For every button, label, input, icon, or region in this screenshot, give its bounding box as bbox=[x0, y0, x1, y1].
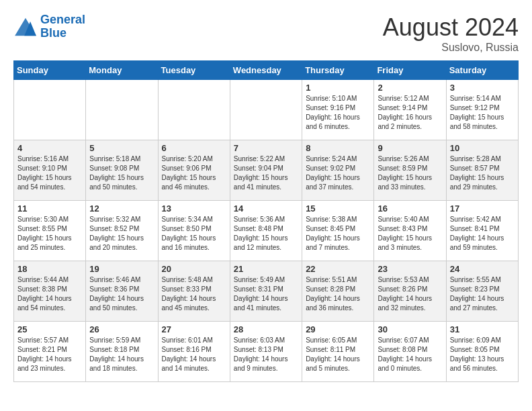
cell-content: Sunrise: 6:07 AM Sunset: 8:08 PM Dayligh… bbox=[378, 336, 442, 373]
title-block: August 2024 Suslovo, Russia bbox=[383, 13, 519, 54]
day-number: 15 bbox=[306, 203, 370, 214]
calendar-cell: 13Sunrise: 5:34 AM Sunset: 8:50 PM Dayli… bbox=[158, 201, 230, 261]
week-row-1: 1Sunrise: 5:10 AM Sunset: 9:16 PM Daylig… bbox=[14, 80, 519, 140]
page-header: General Blue August 2024 Suslovo, Russia bbox=[13, 13, 519, 54]
week-row-5: 25Sunrise: 5:57 AM Sunset: 8:21 PM Dayli… bbox=[14, 322, 519, 382]
day-number: 10 bbox=[450, 143, 515, 153]
cell-content: Sunrise: 5:46 AM Sunset: 8:36 PM Dayligh… bbox=[89, 275, 154, 313]
day-number: 9 bbox=[378, 143, 442, 153]
day-number: 5 bbox=[89, 143, 154, 153]
calendar-cell: 28Sunrise: 6:03 AM Sunset: 8:13 PM Dayli… bbox=[230, 322, 302, 382]
calendar-cell bbox=[86, 80, 158, 140]
calendar-cell bbox=[14, 80, 86, 140]
day-number: 17 bbox=[450, 203, 515, 214]
cell-content: Sunrise: 5:57 AM Sunset: 8:21 PM Dayligh… bbox=[17, 336, 82, 373]
day-number: 18 bbox=[17, 264, 82, 274]
header-friday: Friday bbox=[374, 61, 446, 80]
week-row-2: 4Sunrise: 5:16 AM Sunset: 9:10 PM Daylig… bbox=[14, 140, 519, 201]
cell-content: Sunrise: 6:03 AM Sunset: 8:13 PM Dayligh… bbox=[234, 336, 298, 373]
cell-content: Sunrise: 5:53 AM Sunset: 8:26 PM Dayligh… bbox=[378, 275, 442, 313]
day-number: 12 bbox=[89, 203, 154, 214]
cell-content: Sunrise: 5:48 AM Sunset: 8:33 PM Dayligh… bbox=[162, 275, 226, 313]
day-number: 4 bbox=[17, 143, 82, 153]
calendar-cell: 16Sunrise: 5:40 AM Sunset: 8:43 PM Dayli… bbox=[374, 201, 446, 261]
calendar-cell: 1Sunrise: 5:10 AM Sunset: 9:16 PM Daylig… bbox=[302, 80, 374, 140]
month-year: August 2024 bbox=[383, 13, 519, 42]
calendar-cell: 4Sunrise: 5:16 AM Sunset: 9:10 PM Daylig… bbox=[14, 140, 86, 201]
logo-icon bbox=[13, 17, 38, 37]
calendar-cell: 25Sunrise: 5:57 AM Sunset: 8:21 PM Dayli… bbox=[14, 322, 86, 382]
calendar-cell: 21Sunrise: 5:49 AM Sunset: 8:31 PM Dayli… bbox=[230, 261, 302, 322]
day-number: 21 bbox=[234, 264, 298, 274]
cell-content: Sunrise: 5:26 AM Sunset: 8:59 PM Dayligh… bbox=[378, 154, 442, 192]
day-number: 24 bbox=[450, 264, 515, 274]
calendar-cell: 24Sunrise: 5:55 AM Sunset: 8:23 PM Dayli… bbox=[446, 261, 518, 322]
cell-content: Sunrise: 5:44 AM Sunset: 8:38 PM Dayligh… bbox=[17, 275, 82, 313]
calendar-cell: 30Sunrise: 6:07 AM Sunset: 8:08 PM Dayli… bbox=[374, 322, 446, 382]
calendar-cell: 18Sunrise: 5:44 AM Sunset: 8:38 PM Dayli… bbox=[14, 261, 86, 322]
cell-content: Sunrise: 5:51 AM Sunset: 8:28 PM Dayligh… bbox=[306, 275, 370, 313]
day-number: 27 bbox=[162, 324, 226, 334]
cell-content: Sunrise: 5:20 AM Sunset: 9:06 PM Dayligh… bbox=[162, 154, 226, 192]
calendar-cell: 29Sunrise: 6:05 AM Sunset: 8:11 PM Dayli… bbox=[302, 322, 374, 382]
calendar-cell: 5Sunrise: 5:18 AM Sunset: 9:08 PM Daylig… bbox=[86, 140, 158, 201]
header-sunday: Sunday bbox=[14, 61, 86, 80]
cell-content: Sunrise: 5:16 AM Sunset: 9:10 PM Dayligh… bbox=[17, 154, 82, 192]
cell-content: Sunrise: 5:30 AM Sunset: 8:55 PM Dayligh… bbox=[17, 215, 82, 253]
cell-content: Sunrise: 5:14 AM Sunset: 9:12 PM Dayligh… bbox=[450, 94, 515, 132]
cell-content: Sunrise: 5:38 AM Sunset: 8:45 PM Dayligh… bbox=[306, 215, 370, 253]
calendar-cell: 20Sunrise: 5:48 AM Sunset: 8:33 PM Dayli… bbox=[158, 261, 230, 322]
calendar-cell: 14Sunrise: 5:36 AM Sunset: 8:48 PM Dayli… bbox=[230, 201, 302, 261]
calendar-cell: 10Sunrise: 5:28 AM Sunset: 8:57 PM Dayli… bbox=[446, 140, 518, 201]
calendar-cell: 19Sunrise: 5:46 AM Sunset: 8:36 PM Dayli… bbox=[86, 261, 158, 322]
calendar-cell bbox=[230, 80, 302, 140]
calendar-cell: 27Sunrise: 6:01 AM Sunset: 8:16 PM Dayli… bbox=[158, 322, 230, 382]
cell-content: Sunrise: 5:59 AM Sunset: 8:18 PM Dayligh… bbox=[89, 336, 154, 373]
cell-content: Sunrise: 5:36 AM Sunset: 8:48 PM Dayligh… bbox=[234, 215, 298, 253]
cell-content: Sunrise: 6:09 AM Sunset: 8:05 PM Dayligh… bbox=[450, 336, 515, 373]
calendar-table: SundayMondayTuesdayWednesdayThursdayFrid… bbox=[13, 60, 519, 382]
day-number: 31 bbox=[450, 324, 515, 334]
cell-content: Sunrise: 5:40 AM Sunset: 8:43 PM Dayligh… bbox=[378, 215, 442, 253]
calendar-cell: 8Sunrise: 5:24 AM Sunset: 9:02 PM Daylig… bbox=[302, 140, 374, 201]
header-thursday: Thursday bbox=[302, 61, 374, 80]
calendar-cell: 15Sunrise: 5:38 AM Sunset: 8:45 PM Dayli… bbox=[302, 201, 374, 261]
cell-content: Sunrise: 5:32 AM Sunset: 8:52 PM Dayligh… bbox=[89, 215, 154, 253]
logo-text: General Blue bbox=[40, 13, 85, 40]
day-number: 29 bbox=[306, 324, 370, 334]
calendar-cell: 17Sunrise: 5:42 AM Sunset: 8:41 PM Dayli… bbox=[446, 201, 518, 261]
day-number: 30 bbox=[378, 324, 442, 334]
calendar-cell: 3Sunrise: 5:14 AM Sunset: 9:12 PM Daylig… bbox=[446, 80, 518, 140]
day-number: 3 bbox=[450, 83, 515, 93]
logo: General Blue bbox=[13, 13, 85, 40]
week-row-4: 18Sunrise: 5:44 AM Sunset: 8:38 PM Dayli… bbox=[14, 261, 519, 322]
cell-content: Sunrise: 5:42 AM Sunset: 8:41 PM Dayligh… bbox=[450, 215, 515, 253]
day-number: 22 bbox=[306, 264, 370, 274]
cell-content: Sunrise: 5:34 AM Sunset: 8:50 PM Dayligh… bbox=[162, 215, 226, 253]
day-number: 25 bbox=[17, 324, 82, 334]
header-saturday: Saturday bbox=[446, 61, 518, 80]
header-row: SundayMondayTuesdayWednesdayThursdayFrid… bbox=[14, 61, 519, 80]
cell-content: Sunrise: 6:05 AM Sunset: 8:11 PM Dayligh… bbox=[306, 336, 370, 373]
calendar-cell: 7Sunrise: 5:22 AM Sunset: 9:04 PM Daylig… bbox=[230, 140, 302, 201]
calendar-cell: 26Sunrise: 5:59 AM Sunset: 8:18 PM Dayli… bbox=[86, 322, 158, 382]
cell-content: Sunrise: 5:12 AM Sunset: 9:14 PM Dayligh… bbox=[378, 94, 442, 132]
header-tuesday: Tuesday bbox=[158, 61, 230, 80]
calendar-cell bbox=[158, 80, 230, 140]
calendar-cell: 9Sunrise: 5:26 AM Sunset: 8:59 PM Daylig… bbox=[374, 140, 446, 201]
calendar-cell: 12Sunrise: 5:32 AM Sunset: 8:52 PM Dayli… bbox=[86, 201, 158, 261]
cell-content: Sunrise: 5:22 AM Sunset: 9:04 PM Dayligh… bbox=[234, 154, 298, 192]
location: Suslovo, Russia bbox=[383, 42, 519, 54]
day-number: 11 bbox=[17, 203, 82, 214]
calendar-cell: 11Sunrise: 5:30 AM Sunset: 8:55 PM Dayli… bbox=[14, 201, 86, 261]
calendar-cell: 22Sunrise: 5:51 AM Sunset: 8:28 PM Dayli… bbox=[302, 261, 374, 322]
day-number: 7 bbox=[234, 143, 298, 153]
day-number: 14 bbox=[234, 203, 298, 214]
week-row-3: 11Sunrise: 5:30 AM Sunset: 8:55 PM Dayli… bbox=[14, 201, 519, 261]
cell-content: Sunrise: 6:01 AM Sunset: 8:16 PM Dayligh… bbox=[162, 336, 226, 373]
day-number: 16 bbox=[378, 203, 442, 214]
cell-content: Sunrise: 5:28 AM Sunset: 8:57 PM Dayligh… bbox=[450, 154, 515, 192]
calendar-cell: 6Sunrise: 5:20 AM Sunset: 9:06 PM Daylig… bbox=[158, 140, 230, 201]
day-number: 26 bbox=[89, 324, 154, 334]
calendar-cell: 31Sunrise: 6:09 AM Sunset: 8:05 PM Dayli… bbox=[446, 322, 518, 382]
